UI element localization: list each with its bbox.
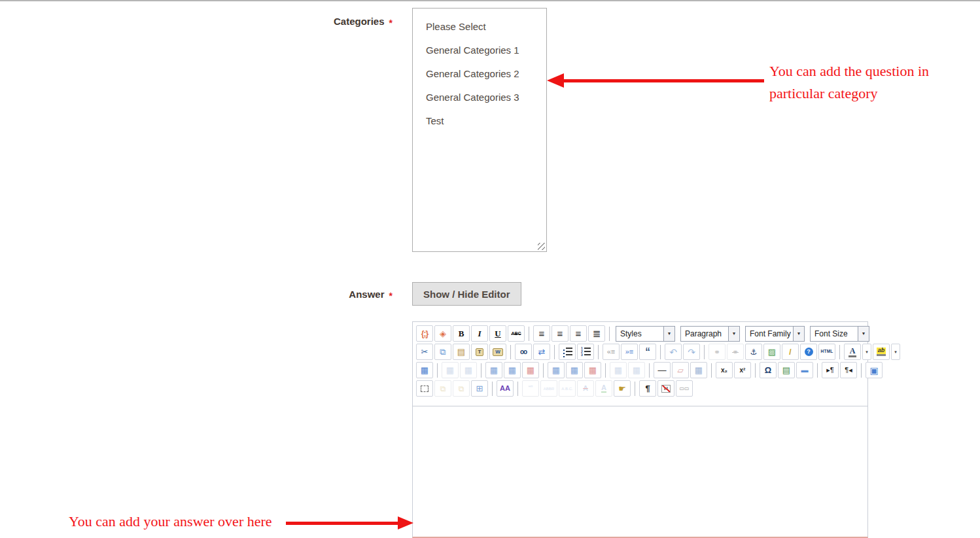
listbox-resize-handle[interactable]	[538, 243, 545, 250]
special-character-button[interactable]: Ω	[760, 362, 777, 378]
fullscreen-button[interactable]: ▣	[866, 362, 883, 378]
delete-row-button[interactable]: ▦	[522, 362, 539, 378]
unlink-button: ⚭	[727, 344, 744, 360]
insert-column-after-button[interactable]: ▦	[566, 362, 583, 378]
right-arrow-icon	[398, 516, 413, 529]
horizontal-rule-button[interactable]: —	[654, 362, 671, 378]
underline-button[interactable]: U	[489, 325, 506, 342]
media-button[interactable]: ▤	[778, 362, 795, 378]
outdent-button[interactable]: «≡	[603, 344, 620, 360]
subscript-button[interactable]: x₂	[716, 362, 733, 378]
non-breaking-space-button[interactable]: N	[657, 380, 674, 397]
align-left-button[interactable]: ≡	[533, 325, 550, 342]
send-backward-button: ⧉	[453, 380, 470, 397]
paste-button[interactable]: ▤	[453, 344, 470, 360]
blockquote-button[interactable]: “	[639, 344, 656, 360]
categories-label-row: Categories*	[0, 16, 393, 27]
paragraph-select[interactable]: Paragraph▾	[680, 326, 740, 342]
insert-layer-button[interactable]	[416, 380, 433, 397]
chevron-down-icon[interactable]: ▾	[793, 327, 804, 341]
show-hide-editor-button[interactable]: Show / Hide Editor	[412, 282, 521, 306]
copy-button[interactable]: ⧉	[434, 344, 451, 360]
editor-content-area[interactable]	[413, 406, 867, 537]
indent-button[interactable]: »≡	[621, 344, 638, 360]
align-justify-button[interactable]: ≣	[588, 325, 605, 342]
right-to-left-button[interactable]: ¶◂	[840, 362, 857, 378]
category-option[interactable]: Test	[413, 109, 546, 133]
delete-column-button[interactable]: ▦	[584, 362, 601, 378]
insert-table-button[interactable]: ▦	[416, 362, 433, 378]
toolbar-separator	[543, 363, 544, 378]
insert-row-before-button[interactable]: ▦	[485, 362, 502, 378]
category-option[interactable]: General Categories 3	[413, 86, 546, 109]
split-cells-button: ▦	[610, 362, 627, 378]
insert-widget-button[interactable]: ◈	[434, 325, 451, 342]
strikethrough-button[interactable]: ABC	[508, 325, 525, 342]
help-button[interactable]: ?	[800, 344, 817, 360]
page-break-button[interactable]: ▭▭	[676, 380, 693, 397]
undo-button[interactable]: ↶	[665, 344, 682, 360]
categories-required-asterisk: *	[389, 18, 393, 28]
cleanup-button[interactable]: /	[782, 344, 799, 360]
absolute-position-button[interactable]: ⊞	[471, 380, 488, 397]
category-option[interactable]: Please Select	[413, 15, 546, 39]
toolbar-separator	[554, 345, 555, 359]
toolbar-separator	[605, 363, 606, 378]
categories-listbox[interactable]: Please SelectGeneral Categories 1General…	[412, 8, 547, 252]
toolbar-separator	[755, 363, 756, 378]
paste-from-word-button[interactable]: W	[489, 344, 506, 360]
insertion-button: A	[595, 380, 612, 397]
find-button[interactable]: oo	[515, 344, 532, 360]
right-arrow-shaft	[286, 522, 399, 525]
toolbar-separator	[517, 382, 518, 396]
editor-toolbar: {;}◈BIUABC≡≡≡≣Styles▾Paragraph▾Font Fami…	[413, 322, 867, 400]
chevron-down-icon[interactable]: ▾	[728, 327, 739, 341]
advanced-hr-button[interactable]: ▬	[796, 362, 813, 378]
categories-annotation-text: You can add the question inparticular ca…	[769, 60, 929, 105]
table-row-properties-button: ▦	[442, 362, 459, 378]
left-to-right-button[interactable]: ▸¶	[822, 362, 839, 378]
remove-format-button[interactable]: ▱	[672, 362, 689, 378]
redo-button[interactable]: ↷	[683, 344, 700, 360]
align-center-button[interactable]: ≡	[551, 325, 569, 342]
italic-button[interactable]: I	[471, 325, 488, 342]
find-replace-button[interactable]: ⇄	[533, 344, 550, 360]
visual-aid-button[interactable]: ▦	[690, 362, 707, 378]
anchor-button[interactable]: ⚓	[745, 344, 762, 360]
styles-select[interactable]: Styles▾	[616, 326, 675, 342]
insert-variable-button[interactable]: {;}	[416, 325, 433, 342]
background-color-button[interactable]: ab	[873, 344, 890, 360]
cut-button[interactable]: ✂	[416, 344, 433, 360]
paste-as-text-button[interactable]: T	[471, 344, 488, 360]
bold-button[interactable]: B	[453, 325, 470, 342]
edit-attributes-button[interactable]: ☛	[614, 380, 631, 397]
visual-characters-button[interactable]: ¶	[639, 380, 656, 397]
image-button[interactable]: ▨	[763, 344, 780, 360]
top-divider	[0, 0, 980, 1]
toolbar-separator	[660, 345, 661, 359]
numbered-list-button[interactable]	[577, 344, 594, 360]
category-option[interactable]: General Categories 2	[413, 62, 546, 86]
bring-forward-button: ⧉	[434, 380, 451, 397]
bullet-list-button[interactable]	[559, 344, 576, 360]
superscript-button[interactable]: x²	[734, 362, 751, 378]
toolbar-separator	[817, 363, 818, 378]
answer-label: Answer	[349, 289, 384, 300]
html-source-button[interactable]: HTML	[818, 344, 835, 360]
merge-cells-button: ▦	[628, 362, 645, 378]
citation-button: “”	[522, 380, 539, 397]
font-size-select[interactable]: Font Size▾	[810, 326, 869, 342]
toolbar-separator	[609, 327, 610, 341]
insert-row-after-button[interactable]: ▦	[504, 362, 521, 378]
text-color-button[interactable]: A	[844, 344, 861, 360]
align-right-button[interactable]: ≡	[570, 325, 587, 342]
font-family-select[interactable]: Font Family▾	[745, 326, 805, 342]
category-option[interactable]: General Categories 1	[413, 39, 546, 62]
chevron-down-icon[interactable]: ▾	[858, 327, 869, 341]
toolbar-separator	[839, 345, 840, 359]
insert-column-before-button[interactable]: ▦	[548, 362, 565, 378]
background-color-caret[interactable]: ▾	[891, 344, 900, 360]
style-properties-button[interactable]: AA	[497, 380, 514, 397]
text-color-caret[interactable]: ▾	[862, 344, 871, 360]
chevron-down-icon[interactable]: ▾	[663, 327, 674, 341]
